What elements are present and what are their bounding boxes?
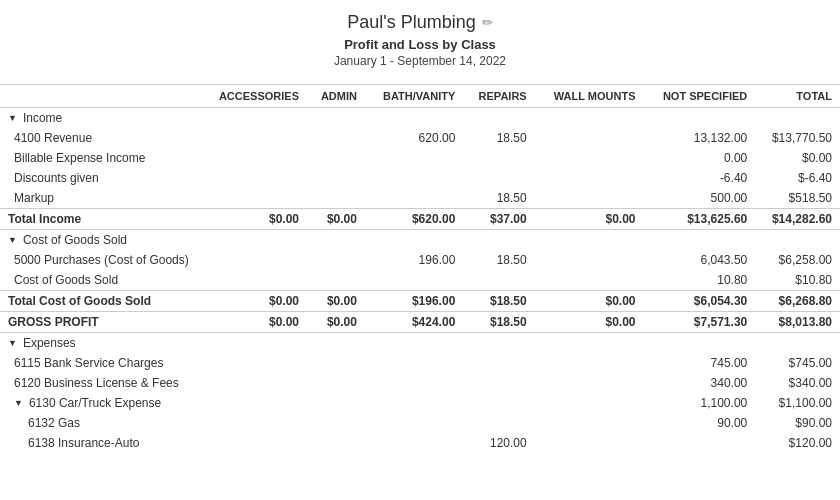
data-cell-total: $745.00 xyxy=(755,353,840,373)
report-title: Profit and Loss by Class xyxy=(0,37,840,52)
data-cell-total: $90.00 xyxy=(755,413,840,433)
data-row-label: 6120 Business License & Fees xyxy=(0,373,200,393)
data-cell-accessories xyxy=(200,148,307,168)
section-header-cell-not_specified xyxy=(643,108,755,129)
data-cell-wall_mounts xyxy=(535,270,644,291)
data-cell-total: $-6.40 xyxy=(755,168,840,188)
section-header-cell-admin xyxy=(307,333,365,354)
company-name: Paul's Plumbing xyxy=(347,12,476,33)
collapse-triangle[interactable]: ▼ xyxy=(8,235,17,245)
section-header-cell-not_specified xyxy=(643,230,755,251)
data-cell-not_specified: 90.00 xyxy=(643,413,755,433)
section-header-cell-admin xyxy=(307,393,365,413)
col-header-accessories: ACCESSORIES xyxy=(200,85,307,108)
data-cell-wall_mounts xyxy=(535,168,644,188)
section-header-cell-bath_vanity xyxy=(365,393,463,413)
data-cell-admin xyxy=(307,148,365,168)
section-header-cell-repairs xyxy=(463,333,534,354)
section-header-cell-accessories xyxy=(200,230,307,251)
data-cell-repairs xyxy=(463,353,534,373)
total-row-label: Total Income xyxy=(0,209,200,230)
section-header-cell-wall_mounts xyxy=(535,393,644,413)
col-header-bath-vanity: BATH/VANITY xyxy=(365,85,463,108)
data-cell-accessories xyxy=(200,250,307,270)
section-header-cell-admin xyxy=(307,230,365,251)
section-header-cell-bath_vanity xyxy=(365,333,463,354)
section-header-cell-wall_mounts xyxy=(535,108,644,129)
data-cell-total: $340.00 xyxy=(755,373,840,393)
section-header-cell-total xyxy=(755,333,840,354)
section-header-cell-not_specified: 1,100.00 xyxy=(643,393,755,413)
section-header-label: ▼ Expenses xyxy=(0,333,200,353)
data-cell-repairs: 18.50 xyxy=(463,128,534,148)
data-cell-accessories xyxy=(200,413,307,433)
section-header-label: ▼ 6130 Car/Truck Expense xyxy=(0,393,200,413)
data-cell-bath_vanity xyxy=(365,148,463,168)
data-cell-bath_vanity: 620.00 xyxy=(365,128,463,148)
section-header-cell-wall_mounts xyxy=(535,230,644,251)
data-cell-wall_mounts xyxy=(535,373,644,393)
section-header-cell-total xyxy=(755,108,840,129)
profit-loss-table: ACCESSORIES ADMIN BATH/VANITY REPAIRS WA… xyxy=(0,84,840,453)
collapse-triangle[interactable]: ▼ xyxy=(8,338,17,348)
data-cell-accessories xyxy=(200,433,307,453)
col-header-label xyxy=(0,85,200,108)
section-header-cell-accessories xyxy=(200,333,307,354)
data-cell-repairs xyxy=(463,413,534,433)
data-row-label: 6138 Insurance-Auto xyxy=(0,433,200,453)
data-cell-accessories xyxy=(200,188,307,209)
total-cell-repairs: $37.00 xyxy=(463,209,534,230)
gross-profit-cell-wall_mounts: $0.00 xyxy=(535,312,644,333)
gross-profit-cell-admin: $0.00 xyxy=(307,312,365,333)
data-cell-admin xyxy=(307,168,365,188)
section-header-cell-bath_vanity xyxy=(365,108,463,129)
col-header-total: TOTAL xyxy=(755,85,840,108)
data-cell-total: $120.00 xyxy=(755,433,840,453)
data-cell-not_specified: 500.00 xyxy=(643,188,755,209)
section-header-label: ▼ Cost of Goods Sold xyxy=(0,230,200,250)
data-cell-repairs: 120.00 xyxy=(463,433,534,453)
data-cell-total: $6,258.00 xyxy=(755,250,840,270)
collapse-triangle[interactable]: ▼ xyxy=(8,113,17,123)
total-cell-total: $14,282.60 xyxy=(755,209,840,230)
table-header-row: ACCESSORIES ADMIN BATH/VANITY REPAIRS WA… xyxy=(0,85,840,108)
data-row-label: Cost of Goods Sold xyxy=(0,270,200,291)
total-cell-not_specified: $13,625.60 xyxy=(643,209,755,230)
data-cell-accessories xyxy=(200,270,307,291)
gross-profit-cell-bath_vanity: $424.00 xyxy=(365,312,463,333)
col-header-wall-mounts: WALL MOUNTS xyxy=(535,85,644,108)
data-cell-accessories xyxy=(200,373,307,393)
data-cell-wall_mounts xyxy=(535,128,644,148)
section-header-cell-accessories xyxy=(200,108,307,129)
collapse-triangle[interactable]: ▼ xyxy=(14,398,23,408)
data-cell-total: $0.00 xyxy=(755,148,840,168)
data-row-label: Discounts given xyxy=(0,168,200,188)
total-cell-bath_vanity: $196.00 xyxy=(365,291,463,312)
section-header-cell-repairs xyxy=(463,393,534,413)
report-table-wrap: ACCESSORIES ADMIN BATH/VANITY REPAIRS WA… xyxy=(0,84,840,453)
gross-profit-cell-accessories: $0.00 xyxy=(200,312,307,333)
data-row-label: 6115 Bank Service Charges xyxy=(0,353,200,373)
data-row-label: 6132 Gas xyxy=(0,413,200,433)
data-cell-not_specified: 13,132.00 xyxy=(643,128,755,148)
company-name-row: Paul's Plumbing ✏ xyxy=(347,12,493,33)
data-cell-bath_vanity xyxy=(365,413,463,433)
section-header-cell-repairs xyxy=(463,108,534,129)
data-cell-bath_vanity xyxy=(365,270,463,291)
data-cell-wall_mounts xyxy=(535,433,644,453)
total-cell-wall_mounts: $0.00 xyxy=(535,291,644,312)
data-cell-not_specified: -6.40 xyxy=(643,168,755,188)
data-cell-admin xyxy=(307,413,365,433)
edit-icon[interactable]: ✏ xyxy=(482,15,493,30)
data-cell-wall_mounts xyxy=(535,353,644,373)
total-cell-accessories: $0.00 xyxy=(200,291,307,312)
data-cell-admin xyxy=(307,250,365,270)
data-cell-admin xyxy=(307,373,365,393)
data-cell-not_specified: 745.00 xyxy=(643,353,755,373)
data-cell-admin xyxy=(307,188,365,209)
data-cell-not_specified: 0.00 xyxy=(643,148,755,168)
data-row-label: Billable Expense Income xyxy=(0,148,200,168)
data-cell-bath_vanity: 196.00 xyxy=(365,250,463,270)
section-header-cell-admin xyxy=(307,108,365,129)
total-cell-not_specified: $6,054.30 xyxy=(643,291,755,312)
